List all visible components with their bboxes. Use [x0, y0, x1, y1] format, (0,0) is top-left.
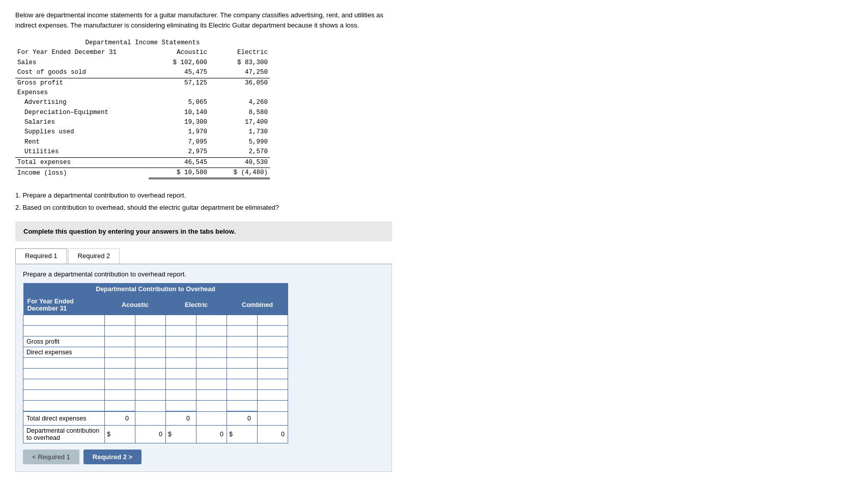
total-direct-electric[interactable] — [166, 411, 196, 426]
is-row-totalexp-label: Total expenses — [15, 157, 149, 167]
income-statement: Departmental Income Statements For Year … — [15, 38, 270, 179]
de-row5-acoustic[interactable] — [105, 401, 135, 412]
tabs: Required 1 Required 2 — [15, 248, 392, 264]
is-row-supplies-label: Supplies used — [15, 127, 149, 137]
de-combined-input[interactable] — [227, 347, 258, 358]
de-row3-electric[interactable] — [166, 379, 196, 390]
total-direct-combined[interactable] — [227, 411, 258, 426]
dept-contrib-combined-dollar: $ — [227, 426, 258, 443]
gross-profit-label: Gross profit — [23, 337, 105, 347]
col-header-date: For Year Ended December 31 — [23, 295, 105, 315]
is-row-sales-label: Sales — [15, 58, 149, 68]
question-2: 2. Based on contribution to overhead, sh… — [15, 202, 828, 213]
is-row-rent-label: Rent — [15, 137, 149, 147]
tabs-container: Required 1 Required 2 Prepare a departme… — [15, 248, 392, 472]
table-row — [23, 315, 288, 326]
prev-button[interactable]: < Required 1 — [23, 450, 79, 464]
row1-acoustic-input[interactable] — [105, 315, 135, 326]
is-row-utilities-acoustic: 2,975 — [149, 147, 209, 157]
is-row-gp-acoustic: 57,125 — [149, 78, 209, 88]
is-row-sales-electric: $ 83,300 — [209, 58, 270, 68]
is-row-income-electric: $ (4,480) — [209, 167, 270, 178]
row1-combined-input[interactable] — [227, 315, 258, 326]
question-1: 1. Prepare a departmental contribution t… — [15, 189, 828, 201]
gp-combined-input[interactable] — [227, 337, 258, 347]
is-row-cogs-acoustic: 45,475 — [149, 68, 209, 78]
de-row3-acoustic[interactable] — [105, 379, 135, 390]
row2-electric-input[interactable] — [166, 326, 196, 337]
de-row5-combined[interactable] — [227, 401, 258, 412]
dept-contrib-acoustic-dollar: $ — [105, 426, 135, 443]
is-row-cogs-label: Cost of goods sold — [15, 68, 149, 78]
table-row-direct-exp-header: Direct expenses — [23, 347, 288, 358]
next-button[interactable]: Required 2 > — [83, 450, 142, 464]
direct-exp-label: Direct expenses — [23, 347, 105, 358]
is-row-depr-acoustic: 10,140 — [149, 108, 209, 118]
is-row-depr-electric: 8,580 — [209, 108, 270, 118]
dept-contrib-acoustic[interactable] — [135, 426, 166, 443]
tab1-panel: Prepare a departmental contribution to o… — [15, 264, 392, 472]
dept-contrib-electric-dollar: $ — [166, 426, 196, 443]
table-row-total-direct: Total direct expenses — [23, 411, 288, 426]
de-row1-acoustic[interactable] — [105, 358, 135, 369]
is-row-utilities-label: Utilities — [15, 147, 149, 157]
is-col-electric: Electric — [209, 48, 270, 58]
is-row-totalexp-electric: 40,530 — [209, 157, 270, 167]
is-row-advertising-label: Advertising — [15, 98, 149, 107]
is-row-rent-acoustic: 7,095 — [149, 137, 209, 147]
row1-label — [23, 315, 105, 326]
is-row-supplies-electric: 1,730 — [209, 127, 270, 137]
table-row-dept-contrib: Departmental contribution to overhead $ … — [23, 426, 288, 443]
de-row5-electric[interactable] — [166, 401, 196, 412]
de-row3-label — [23, 379, 105, 390]
de-row2-acoustic[interactable] — [105, 369, 135, 379]
row2-combined-input[interactable] — [227, 326, 258, 337]
is-row-depr-label: Depreciation–Equipment — [15, 108, 149, 118]
is-row-cogs-electric: 47,250 — [209, 68, 270, 78]
dept-contrib-label: Departmental contribution to overhead — [23, 426, 105, 443]
is-row-salaries-label: Salaries — [15, 118, 149, 127]
de-row1-combined[interactable] — [227, 358, 258, 369]
is-title: Departmental Income Statements — [15, 38, 270, 48]
is-row-advertising-acoustic: 5,065 — [149, 98, 209, 107]
de-row4-acoustic[interactable] — [105, 390, 135, 401]
row2-label — [23, 326, 105, 337]
is-row-expenses-electric — [209, 88, 270, 98]
table-row — [23, 369, 288, 379]
is-row-income-label: Income (loss) — [15, 167, 149, 178]
de-row2-combined[interactable] — [227, 369, 258, 379]
de-row4-electric[interactable] — [166, 390, 196, 401]
is-subtitle: For Year Ended December 31 — [15, 48, 149, 58]
table-row — [23, 390, 288, 401]
is-row-expenses-label: Expenses — [15, 88, 149, 98]
gp-electric-input[interactable] — [166, 337, 196, 347]
gp-acoustic-input[interactable] — [105, 337, 135, 347]
is-row-rent-electric: 5,990 — [209, 137, 270, 147]
col-header-combined: Combined — [227, 295, 288, 315]
is-col-acoustic: Acoustic — [149, 48, 209, 58]
is-row-utilities-electric: 2,570 — [209, 147, 270, 157]
de-row4-label — [23, 390, 105, 401]
de-row2-electric[interactable] — [166, 369, 196, 379]
col-header-acoustic: Acoustic — [105, 295, 166, 315]
is-row-income-acoustic: $ 10,580 — [149, 167, 209, 178]
de-row2-label — [23, 369, 105, 379]
de-acoustic-input[interactable] — [105, 347, 135, 358]
de-row1-electric[interactable] — [166, 358, 196, 369]
de-electric-input[interactable] — [166, 347, 196, 358]
table-row — [23, 401, 288, 412]
tab-required1[interactable]: Required 1 — [15, 248, 67, 264]
contrib-table-header: Departmental Contribution to Overhead — [23, 283, 288, 295]
dept-contrib-combined[interactable] — [258, 426, 288, 443]
total-direct-acoustic[interactable] — [105, 411, 135, 426]
de-row3-combined[interactable] — [227, 379, 258, 390]
de-row1-label — [23, 358, 105, 369]
de-row4-combined[interactable] — [227, 390, 258, 401]
col-header-electric: Electric — [166, 295, 227, 315]
row2-acoustic-input[interactable] — [105, 326, 135, 337]
tab-required2[interactable]: Required 2 — [68, 248, 120, 264]
dept-contrib-electric[interactable] — [196, 426, 227, 443]
questions: 1. Prepare a departmental contribution t… — [15, 189, 828, 213]
row1-electric-input[interactable] — [166, 315, 196, 326]
table-row — [23, 326, 288, 337]
